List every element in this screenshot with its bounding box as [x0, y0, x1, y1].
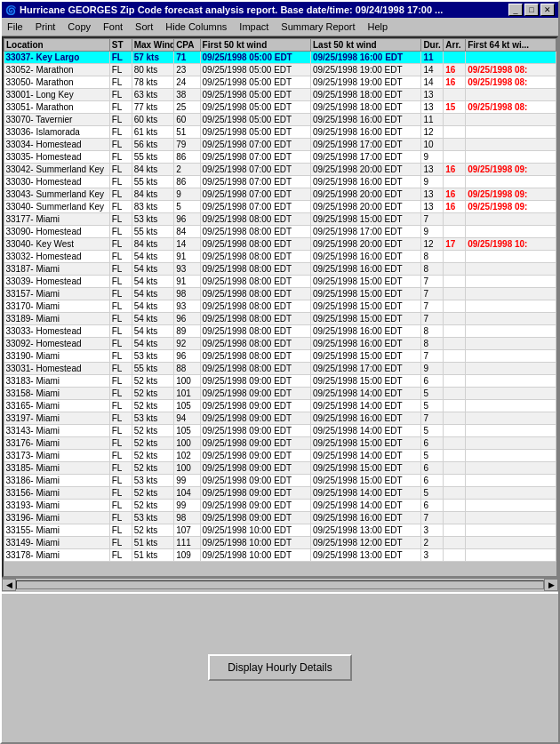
table-row[interactable]: 33037- Key LargoFL57 kts7109/25/1998 05:…	[4, 52, 556, 64]
scrollbar-x[interactable]: ◀ ▶	[2, 578, 558, 592]
menu-font[interactable]: Font	[98, 20, 128, 34]
col-header-dur[interactable]: Dur.	[421, 39, 444, 52]
menu-copy[interactable]: Copy	[62, 20, 96, 34]
table-cell: 7	[421, 213, 444, 226]
table-row[interactable]: 33197- MiamiFL53 kts9409/25/1998 09:00 E…	[4, 412, 556, 425]
table-row[interactable]: 33042- Summerland KeyFL84 kts209/25/1998…	[4, 164, 556, 176]
table-cell: 60	[174, 114, 200, 126]
minimize-button[interactable]: _	[508, 4, 523, 16]
table-cell: 09/25/1998 09:	[466, 164, 556, 176]
table-cell: 09/25/1998 09:00 EDT	[200, 400, 310, 412]
table-row[interactable]: 33165- MiamiFL52 kts10509/25/1998 09:00 …	[4, 400, 556, 412]
table-row[interactable]: 33036- IslamoradaFL61 kts5109/25/1998 05…	[4, 126, 556, 139]
table-row[interactable]: 33031- HomesteadFL55 kts8809/25/1998 08:…	[4, 363, 556, 375]
table-cell: 55 kts	[132, 226, 174, 238]
table-cell: 13	[421, 101, 444, 114]
table-cell	[466, 475, 556, 487]
table-row[interactable]: 33190- MiamiFL53 kts9609/25/1998 08:00 E…	[4, 350, 556, 363]
table-row[interactable]: 33157- MiamiFL54 kts9809/25/1998 08:00 E…	[4, 288, 556, 300]
table-cell	[444, 126, 466, 139]
table-cell	[466, 400, 556, 412]
col-header-location[interactable]: Location	[4, 39, 110, 52]
table-cell: FL	[109, 313, 132, 325]
menu-file[interactable]: File	[2, 20, 28, 34]
table-row[interactable]: 33185- MiamiFL52 kts10009/25/1998 09:00 …	[4, 462, 556, 475]
table-row[interactable]: 33186- MiamiFL53 kts9909/25/1998 09:00 E…	[4, 475, 556, 487]
table-row[interactable]: 33030- HomesteadFL55 kts8609/25/1998 07:…	[4, 176, 556, 188]
table-cell: 2	[421, 537, 444, 549]
table-row[interactable]: 33149- MiamiFL51 kts11109/25/1998 10:00 …	[4, 537, 556, 549]
table-cell	[444, 89, 466, 101]
table-cell: 52 kts	[132, 500, 174, 512]
menu-impact[interactable]: Impact	[234, 20, 274, 34]
table-cell: FL	[109, 450, 132, 462]
table-row[interactable]: 33001- Long KeyFL63 kts3809/25/1998 05:0…	[4, 89, 556, 101]
col-header-first64[interactable]: First 64 kt wi...	[466, 39, 556, 52]
table-row[interactable]: 33092- HomesteadFL54 kts9209/25/1998 08:…	[4, 338, 556, 350]
table-row[interactable]: 33040- Summerland KeyFL83 kts509/25/1998…	[4, 201, 556, 213]
table-cell	[444, 114, 466, 126]
table-row[interactable]: 33040- Key WestFL84 kts1409/25/1998 08:0…	[4, 238, 556, 251]
table-cell	[466, 176, 556, 188]
table-row[interactable]: 33050- MarathonFL78 kts2409/25/1998 05:0…	[4, 76, 556, 89]
menu-sort[interactable]: Sort	[130, 20, 158, 34]
table-cell: 33178- Miami	[4, 549, 110, 562]
table-row[interactable]: 33176- MiamiFL52 kts10009/25/1998 09:00 …	[4, 437, 556, 450]
table-cell	[444, 350, 466, 363]
table-cell: 33149- Miami	[4, 537, 110, 549]
table-row[interactable]: 33033- HomesteadFL54 kts8909/25/1998 08:…	[4, 325, 556, 338]
table-row[interactable]: 33189- MiamiFL54 kts9609/25/1998 08:00 E…	[4, 313, 556, 325]
table-row[interactable]: 33187- MiamiFL54 kts9309/25/1998 08:00 E…	[4, 263, 556, 276]
col-header-st[interactable]: ST	[109, 39, 132, 52]
table-scroll[interactable]: Location ST Max Wind CPA First 50 kt win…	[4, 38, 556, 576]
scroll-left-button[interactable]: ◀	[2, 579, 16, 591]
table-cell	[444, 450, 466, 462]
table-cell: 52 kts	[132, 400, 174, 412]
table-row[interactable]: 33070- TavernierFL60 kts6009/25/1998 05:…	[4, 114, 556, 126]
table-row[interactable]: 33155- MiamiFL52 kts10709/25/1998 10:00 …	[4, 524, 556, 537]
col-header-first50[interactable]: First 50 kt wind	[200, 39, 310, 52]
table-cell: 11	[421, 52, 444, 64]
table-cell	[466, 226, 556, 238]
col-header-cpa[interactable]: CPA	[174, 39, 200, 52]
table-row[interactable]: 33035- HomesteadFL55 kts8609/25/1998 07:…	[4, 151, 556, 164]
table-row[interactable]: 33196- MiamiFL53 kts9809/25/1998 09:00 E…	[4, 512, 556, 524]
menu-summary-report[interactable]: Summary Report	[276, 20, 360, 34]
table-cell: 33189- Miami	[4, 313, 110, 325]
table-row[interactable]: 33193- MiamiFL52 kts9909/25/1998 09:00 E…	[4, 500, 556, 512]
table-cell: 54 kts	[132, 338, 174, 350]
table-cell: 33031- Homestead	[4, 363, 110, 375]
close-button[interactable]: ✕	[540, 4, 555, 16]
table-cell	[466, 537, 556, 549]
table-row[interactable]: 33183- MiamiFL52 kts10009/25/1998 09:00 …	[4, 375, 556, 388]
table-cell: 33051- Marathon	[4, 101, 110, 114]
table-row[interactable]: 33170- MiamiFL54 kts9309/25/1998 08:00 E…	[4, 300, 556, 313]
table-row[interactable]: 33173- MiamiFL52 kts10209/25/1998 09:00 …	[4, 450, 556, 462]
table-row[interactable]: 33156- MiamiFL52 kts10409/25/1998 09:00 …	[4, 487, 556, 500]
table-row[interactable]: 33043- Summerland KeyFL84 kts909/25/1998…	[4, 188, 556, 201]
col-header-arr[interactable]: Arr.	[444, 39, 466, 52]
table-row[interactable]: 33052- MarathonFL80 kts2309/25/1998 05:0…	[4, 64, 556, 76]
menu-print[interactable]: Print	[30, 20, 61, 34]
scroll-right-button[interactable]: ▶	[544, 579, 558, 591]
table-row[interactable]: 33032- HomesteadFL54 kts9109/25/1998 08:…	[4, 251, 556, 263]
display-hourly-button[interactable]: Display Hourly Details	[208, 654, 351, 681]
maximize-button[interactable]: □	[524, 4, 539, 16]
table-row[interactable]: 33178- MiamiFL51 kts10909/25/1998 10:00 …	[4, 549, 556, 562]
col-header-last50[interactable]: Last 50 kt wind	[310, 39, 420, 52]
table-cell: 33165- Miami	[4, 400, 110, 412]
menu-hide-columns[interactable]: Hide Columns	[160, 20, 232, 34]
table-cell	[444, 500, 466, 512]
table-row[interactable]: 33034- HomesteadFL56 kts7909/25/1998 07:…	[4, 139, 556, 151]
table-cell: 09/25/1998 15:00 EDT	[310, 437, 420, 450]
table-row[interactable]: 33039- HomesteadFL54 kts9109/25/1998 08:…	[4, 276, 556, 288]
table-row[interactable]: 33158- MiamiFL52 kts10109/25/1998 09:00 …	[4, 388, 556, 400]
table-row[interactable]: 33090- HomesteadFL55 kts8409/25/1998 08:…	[4, 226, 556, 238]
table-row[interactable]: 33143- MiamiFL52 kts10509/25/1998 09:00 …	[4, 425, 556, 437]
col-header-maxwind[interactable]: Max Wind	[132, 39, 174, 52]
table-row[interactable]: 33177- MiamiFL53 kts9609/25/1998 08:00 E…	[4, 213, 556, 226]
menu-help[interactable]: Help	[363, 20, 394, 34]
table-row[interactable]: 33051- MarathonFL77 kts2509/25/1998 05:0…	[4, 101, 556, 114]
table-cell: 24	[174, 76, 200, 89]
table-cell: FL	[109, 500, 132, 512]
